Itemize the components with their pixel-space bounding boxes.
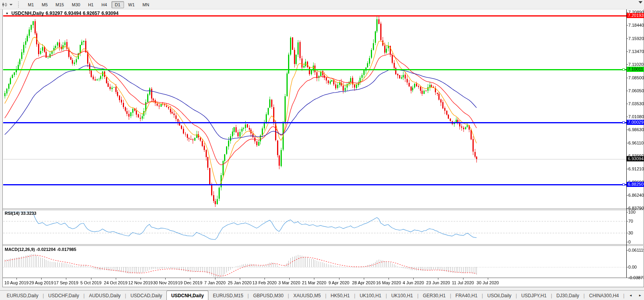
date-axis-tick: 24 Oct 2019 xyxy=(104,280,128,285)
macd-tick-low: -0.038777 xyxy=(628,275,644,280)
chart-tab-xauusd-m5[interactable]: XAUUSD,M5 xyxy=(289,291,325,300)
chart-tab-eurusd-daily[interactable]: EURUSD,Daily xyxy=(2,291,43,300)
tab-scroll-left-icon[interactable]: ◄ xyxy=(629,294,632,297)
chart-tab-usoil-daily[interactable]: USOil,Daily xyxy=(483,291,516,300)
macd-tick-zero: 0.00 xyxy=(628,265,637,269)
ohlc-close-value: 6.93094 xyxy=(101,11,118,16)
rsi-tick-70: 70 xyxy=(628,219,633,223)
rsi-name: RSI(14) xyxy=(5,211,20,216)
macd-value-2: -0.017985 xyxy=(57,247,77,252)
toolbar-overflow-icon[interactable] xyxy=(639,1,642,4)
date-axis-tick: 19 Dec 2019 xyxy=(178,280,202,285)
price-axis-tick: 7.01080 xyxy=(628,114,644,119)
timeframe-buttons: M1M5M15M30H1H4D1W1MN xyxy=(24,1,153,8)
chart-tab-ger30-h1[interactable]: GER30,H1 xyxy=(418,291,450,300)
date-axis-tick: 30 Jul 2020 xyxy=(476,280,499,285)
price-level-label-7.20193: 7.20193 xyxy=(627,13,644,18)
price-axis-tick: 6.98630 xyxy=(628,127,644,132)
timeframe-button-m5[interactable]: M5 xyxy=(38,1,51,8)
date-axis-tick: 13 Feb 2020 xyxy=(252,280,277,285)
timeframe-button-d1[interactable]: D1 xyxy=(111,1,124,8)
price-axis-tick: 6.91210 xyxy=(628,166,644,171)
timeframe-button-mn[interactable]: MN xyxy=(139,1,153,8)
date-axis-tick: 21 Mar 2020 xyxy=(302,280,327,285)
timeframe-toolbar: M1M5M15M30H1H4D1W1MN xyxy=(0,0,644,9)
rsi-value: 33.3233 xyxy=(21,211,36,216)
price-axis-tick: 6.86240 xyxy=(628,193,644,198)
ohlc-high-value: 6.93494 xyxy=(64,11,81,16)
macd-indicator-label: MACD(12,26,9) -0.021204 -0.017985 xyxy=(5,247,76,252)
timeframe-button-m1[interactable]: M1 xyxy=(24,1,37,8)
chart-tab-bar: EURUSD,Daily|USDCHF,Daily|AUDUSD,Daily|U… xyxy=(0,290,644,300)
chart-tab-china300-h4[interactable]: CHINA300,H4 xyxy=(585,291,623,300)
ohlc-collapse-icon[interactable]: ▼ xyxy=(5,12,9,15)
chart-tab-uk100-h1[interactable]: UK100,H1 xyxy=(387,291,417,300)
date-axis-tick: 12 Nov 2019 xyxy=(128,280,153,285)
macd-tick-high: 0.061119 xyxy=(628,248,644,252)
timeframe-button-h4[interactable]: H4 xyxy=(98,1,110,8)
timeframe-button-m30[interactable]: M30 xyxy=(68,1,84,8)
chart-tab-audusd-daily[interactable]: AUDUSD,Daily xyxy=(85,291,125,300)
chart-tab-fra40-h1[interactable]: FRA40,H1 xyxy=(451,291,482,300)
rsi-tick-30: 30 xyxy=(628,230,633,235)
price-axis-tick: 7.03530 xyxy=(628,101,644,106)
price-axis-tick: 6.96110 xyxy=(628,141,644,145)
rsi-tick-0: 0 xyxy=(628,240,631,244)
ohlc-open-value: 6.93297 xyxy=(46,11,62,16)
date-axis-tick: 11 Jul 2020 xyxy=(452,280,474,285)
date-axis-tick: 7 Jan 2020 xyxy=(204,280,225,285)
chart-tab-usdchf-daily[interactable]: USDCHF,Daily xyxy=(44,291,84,300)
date-axis-tick: 25 Jan 2020 xyxy=(228,280,252,285)
date-axis-tick: 5 Oct 2019 xyxy=(80,280,102,285)
date-axis-tick: 4 Jun 2020 xyxy=(403,280,424,285)
macd-value-1: -0.021204 xyxy=(36,247,56,252)
timeframe-button-m15[interactable]: M15 xyxy=(52,1,68,8)
timeframe-button-h1[interactable]: H1 xyxy=(84,1,97,8)
chart-tab-usdcad-daily[interactable]: USDCAD,Daily xyxy=(126,291,166,300)
date-axis-tick: 30 Nov 2019 xyxy=(153,280,177,285)
chart-type-dropdown-icon[interactable] xyxy=(9,4,13,5)
chart-symbol-label: USDCNH,Daily xyxy=(11,11,44,16)
price-axis-tick: 7.15920 xyxy=(628,36,644,41)
date-axis-tick: 10 Aug 2019 xyxy=(4,280,29,285)
price-axis-tick: 7.08500 xyxy=(628,75,644,80)
chart-tab-dj30-daily[interactable]: DJ30,Daily xyxy=(552,291,584,300)
chart-tab-usdcnh-daily[interactable]: USDCNH,Daily xyxy=(166,291,208,300)
date-axis-tick: 9 Apr 2020 xyxy=(328,280,349,285)
date-axis-tick: 23 Jun 2020 xyxy=(426,280,450,285)
price-axis-tick: 6.83790 xyxy=(628,206,644,210)
chart-tab-usoil-h1[interactable]: USOil,H1 xyxy=(624,291,626,300)
date-axis-tick: 28 Apr 2020 xyxy=(352,280,375,285)
price-axis-tick: 7.18440 xyxy=(628,23,644,27)
chart-type-icon[interactable] xyxy=(2,2,7,7)
price-level-label-6.88250: 6.88250 xyxy=(627,182,644,187)
chart-tab-gbpusd-m30[interactable]: GBPUSD,M30 xyxy=(249,291,288,300)
price-axis-tick: 7.11020 xyxy=(628,62,644,67)
date-axis-tick: 29 Aug 2019 xyxy=(29,280,53,285)
price-axis-tick: 7.13470 xyxy=(628,49,644,54)
macd-name: MACD(12,26,9) xyxy=(5,247,35,252)
chart-tabs: EURUSD,Daily|USDCHF,Daily|AUDUSD,Daily|U… xyxy=(2,291,626,300)
price-level-label-7.00029: 7.00029 xyxy=(627,120,644,125)
date-axis-tick: 3 Mar 2020 xyxy=(278,280,300,285)
trading-platform-window: M1M5M15M30H1H4D1W1MN ▼USDCNH,Daily6.9329… xyxy=(0,0,644,300)
timeframe-button-w1[interactable]: W1 xyxy=(125,1,139,8)
tab-scroll-right-icon[interactable]: ► xyxy=(639,294,642,297)
date-axis-tick: 16 May 2020 xyxy=(376,280,401,285)
chart-tab-eurusd-m15[interactable]: EURUSD,M15 xyxy=(208,291,247,300)
price-chart-canvas[interactable] xyxy=(0,0,644,300)
toolbar-drag-handle[interactable] xyxy=(18,2,20,7)
chart-tab-hk50-h1[interactable]: HK50,H1 xyxy=(327,291,354,300)
price-level-label-7.10011: 7.10011 xyxy=(627,67,644,72)
chart-tab-uk100-h1[interactable]: UK100,H1 xyxy=(355,291,385,300)
date-axis-tick: 17 Sep 2019 xyxy=(54,280,78,285)
chart-tab-usdjpy-h1[interactable]: USDJPY,H1 xyxy=(517,291,551,300)
chart-title: ▼USDCNH,Daily6.932976.934946.926576.9309… xyxy=(5,11,120,16)
ohlc-low-value: 6.92657 xyxy=(83,11,100,16)
price-axis-tick: 7.06050 xyxy=(628,88,644,93)
price-level-label-6.93094: 6.93094 xyxy=(627,156,644,161)
rsi-indicator-label: RSI(14) 33.3233 xyxy=(5,211,36,216)
